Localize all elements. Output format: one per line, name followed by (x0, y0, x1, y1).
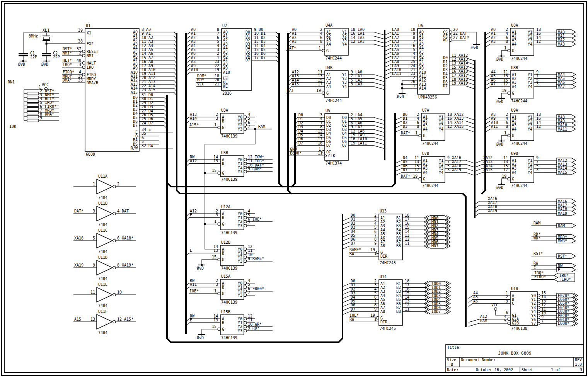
chip-U4A: U4A74HC244A12A0A24A1A36A2A48A3G1DAT*Y118… (286, 23, 385, 60)
inversion-bubble (113, 185, 116, 188)
pin-number: 18 (447, 112, 452, 117)
inversion-bubble (244, 116, 247, 119)
pin-name: Y3 (342, 80, 347, 85)
inversion-bubble (449, 31, 452, 34)
pin-number: 25 (411, 59, 415, 64)
pin-number: 6 (248, 287, 250, 291)
ground-label: ØvD (496, 142, 503, 146)
inversion-bubble (322, 92, 325, 95)
pin-number: 8 (413, 36, 415, 40)
chip-part: 74HC138 (511, 326, 527, 331)
net-label: A5 (191, 48, 196, 52)
inverter-U11E: U11E74041110 (73, 282, 136, 308)
inversion-bubble (244, 294, 247, 297)
chip-part: UPD43256 (418, 95, 437, 99)
inversion-bubble (113, 239, 116, 242)
chip-part: 74HC244 (422, 141, 438, 146)
pin-number: 12 (248, 314, 252, 318)
net-label: LA9 (358, 133, 365, 137)
pin-name: Q0 (342, 115, 347, 120)
pin-number: 34 (141, 127, 146, 132)
chip-U5: U574HC374D03D0D14D1D27D2D38D3D413D4D514D… (289, 109, 385, 165)
pin-name: RESET (87, 49, 98, 54)
net-label: A2 (191, 36, 196, 40)
pin-number: 4 (117, 209, 119, 213)
pin-number: 15 (452, 65, 456, 70)
pin-number: 3 (374, 283, 377, 287)
pin-name: Y0 (238, 247, 242, 251)
pin-number: 4 (217, 44, 219, 48)
pin-name: B5 (396, 232, 401, 236)
pin-number: 14 (536, 121, 541, 125)
net-label: D1 (261, 31, 266, 36)
inversion-bubble (218, 292, 220, 295)
pin-name: A10 (419, 70, 426, 75)
junction-dot (46, 43, 48, 45)
net-label: DAT* (287, 46, 296, 50)
pin-number: 9 (141, 31, 144, 36)
pin-number: 12 (405, 237, 409, 241)
pin-name: G (222, 171, 224, 175)
pin-number: 14 (351, 36, 355, 40)
pin-number: 17 (254, 56, 259, 60)
pin-name: Y2 (528, 76, 532, 81)
pin-name: Y3 (528, 38, 532, 42)
inversion-bubble (322, 151, 325, 153)
pin-name: A7 (380, 240, 385, 244)
pin-name: A4 (223, 46, 228, 50)
net-label: NMI* (63, 51, 72, 55)
pin-number: 17 (503, 168, 508, 172)
ground-label: ØvD (197, 266, 204, 270)
net-label: ROM* (197, 74, 206, 78)
net-label: A15* (124, 317, 133, 321)
net-label: LA1 (355, 74, 362, 78)
pin-name: A3 (326, 38, 331, 42)
pin-number: 5 (536, 78, 539, 82)
net-label: XA15 (458, 65, 468, 70)
pin-name: DMA/B (87, 81, 98, 85)
net-label: A6 (148, 51, 153, 56)
ground-label: ØvD (197, 336, 204, 340)
pin-number: 3 (93, 209, 95, 213)
inversion-bubble (244, 128, 247, 131)
net-label: A3 (148, 39, 153, 44)
pin-name: A3 (512, 38, 516, 42)
pin-name: DIR (380, 254, 388, 258)
pin-name: A2 (423, 162, 428, 166)
chip-U7B: U7B74HC244A111D4A213D5A315D6A417D7G19DAT… (395, 151, 475, 188)
pin-number: 16 (254, 51, 259, 56)
chip-ref: U3A (221, 108, 228, 112)
net-label: LA5 (392, 48, 399, 52)
net-label: DAT (460, 31, 467, 36)
pin-number: 14 (318, 133, 322, 137)
pin-name: G (512, 49, 514, 53)
pin-name: Y1 (238, 251, 242, 255)
net-label: A14 (190, 116, 197, 121)
flag-MA15: MA15 (557, 170, 576, 175)
inverter-U11B: U11B74043DAT*4DAT (73, 201, 136, 227)
pin-name: A4 (512, 127, 516, 131)
pin-number: 15 (212, 255, 216, 259)
inversion-bubble (244, 124, 247, 126)
chip-U6: U6UPD43256A010LA0A19LA1A28LA2A37LA3A46LA… (385, 24, 475, 99)
pin-name: A11 (131, 74, 138, 78)
chip-U7A: U7A74HC244A12D0A24D1A36D2A48D3G1DAT*Y118… (395, 108, 475, 146)
pin-name: B7 (396, 240, 401, 244)
pin-name: D5 (326, 136, 331, 140)
net-label: A13 (190, 112, 197, 117)
net-label: RAME* (349, 248, 361, 252)
pin-number: 8 (506, 124, 508, 129)
pin-number: 3 (536, 82, 539, 86)
pin-number: 12 (447, 124, 452, 129)
net-label: D5 (351, 299, 355, 303)
titleblock-size-label: Size (447, 358, 456, 362)
pin-number: 6 (117, 236, 119, 240)
net-label: DAT* (255, 163, 264, 167)
pin-name: A2 (512, 34, 516, 38)
inversion-bubble (82, 73, 85, 76)
pin-number: 13 (213, 248, 218, 253)
pin-number: 11 (541, 307, 546, 311)
chip-ref: U10 (511, 287, 518, 291)
net-label: D3 (403, 124, 407, 129)
inversion-bubble (244, 282, 247, 285)
